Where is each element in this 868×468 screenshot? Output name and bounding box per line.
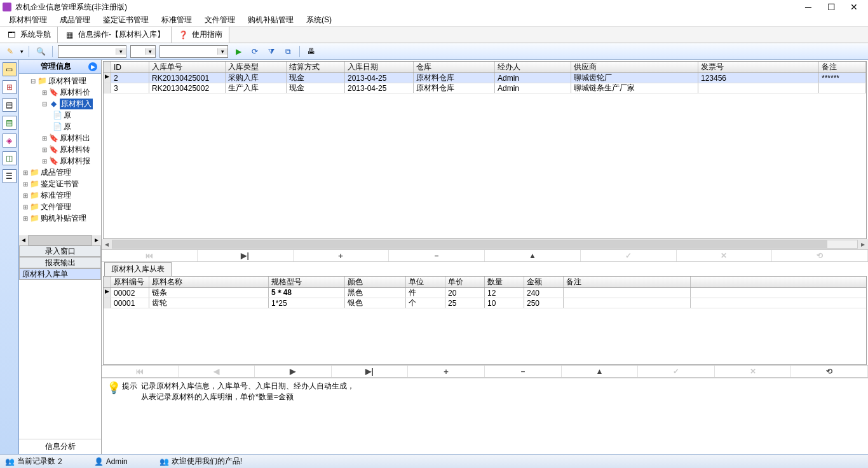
menu-raw-material[interactable]: 原材料管理 [3, 15, 53, 25]
dcol-code[interactable]: 原料编号 [111, 277, 149, 287]
menu-cert[interactable]: 鉴定证书管理 [97, 15, 155, 25]
col-inv[interactable]: 发票号 [698, 62, 819, 72]
run-icon[interactable]: ▶ [232, 45, 245, 58]
minimize-button[interactable]: ─ [797, 2, 820, 12]
dnav-refresh[interactable]: ⟲ [791, 366, 868, 377]
print-icon[interactable]: 🖶 [305, 45, 318, 58]
sub-tab[interactable]: 原材料入库从表 [104, 262, 172, 276]
strip-btn-2[interactable]: ⊞ [3, 80, 17, 94]
dnav-first[interactable]: ⏮ [102, 366, 179, 377]
menu-product[interactable]: 成品管理 [53, 15, 97, 25]
filter-funnel-icon[interactable]: ⧩ [265, 45, 278, 58]
tree-root[interactable]: ⊟📁原材料管理 [19, 75, 101, 86]
maximize-button[interactable]: ☐ [820, 2, 843, 12]
search-icon[interactable]: 🔍 [34, 45, 47, 58]
col-op[interactable]: 经办人 [495, 62, 571, 72]
tree-n2a[interactable]: 📄原 [19, 109, 101, 121]
chevron-down-icon[interactable]: ▾ [116, 48, 126, 55]
dnav-prev[interactable]: ◀ [179, 366, 255, 377]
strip-btn-6[interactable]: ◫ [3, 151, 17, 165]
tree-n4[interactable]: ⊞🔖原材料转 [19, 144, 101, 155]
table-row[interactable]: ▶ 2 RK20130425001 采购入库 现金 2013-04-25 原材料… [104, 73, 866, 83]
table-row[interactable]: 00001 齿轮 1*25 银色 个 25 10 250 [104, 298, 866, 308]
strip-btn-7[interactable]: ☰ [3, 169, 17, 183]
refresh-icon[interactable]: ⟳ [248, 45, 261, 58]
strip-btn-5[interactable]: ◈ [3, 134, 17, 148]
tree-s2[interactable]: ⊞📁鉴定证书管 [19, 178, 101, 189]
col-no[interactable]: 入库单号 [149, 62, 226, 72]
dnav-next[interactable]: ▶ [255, 366, 332, 377]
combo-2[interactable]: ▾ [130, 45, 156, 58]
sidebar-collapse-icon[interactable]: ▶ [88, 62, 97, 71]
side-btn-input-window[interactable]: 录入窗口 [19, 245, 101, 257]
col-wh[interactable]: 仓库 [414, 62, 495, 72]
table-row[interactable]: ▶ 00002 链条 5＊48 黑色 件 20 12 240 [104, 288, 866, 298]
col-type[interactable]: 入库类型 [226, 62, 287, 72]
tab-system-nav[interactable]: 🗔 系统导航 [0, 27, 58, 43]
nav-check[interactable]: ✓ [581, 250, 677, 261]
tree-s5[interactable]: ⊞📁购机补贴管理 [19, 212, 101, 224]
col-id[interactable]: ID [111, 62, 149, 72]
col-sup[interactable]: 供应商 [571, 62, 698, 72]
col-date[interactable]: 入库日期 [345, 62, 414, 72]
scroll-left-icon[interactable]: ◂ [102, 240, 112, 249]
edit-dropdown-icon[interactable]: ▾ [20, 48, 24, 55]
tab-info-operate[interactable]: ▦ 信息操作-【原材料入库】 [58, 27, 172, 43]
dnav-remove[interactable]: － [485, 366, 562, 377]
tree-n5[interactable]: ⊞🔖原材料报 [19, 155, 101, 167]
menu-subsidy[interactable]: 购机补贴管理 [241, 15, 300, 25]
tree-s3[interactable]: ⊞📁标准管理 [19, 189, 101, 201]
dcol-price[interactable]: 单价 [445, 277, 485, 287]
dnav-cancel[interactable]: ✕ [715, 366, 792, 377]
tree-n3[interactable]: ⊞🔖原材料出 [19, 132, 101, 144]
nav-cancel[interactable]: ✕ [677, 250, 773, 261]
combo-1-input[interactable] [58, 46, 116, 57]
combo-3[interactable]: ▾ [159, 45, 228, 58]
dnav-check[interactable]: ✓ [638, 366, 715, 377]
link-icon[interactable]: ⧉ [281, 45, 294, 58]
menu-system[interactable]: 系统(S) [300, 15, 338, 25]
strip-btn-1[interactable]: ▭ [3, 62, 17, 76]
dcol-note[interactable]: 备注 [564, 277, 691, 287]
col-pay[interactable]: 结算方式 [287, 62, 345, 72]
tree-s1[interactable]: ⊞📁成品管理 [19, 167, 101, 178]
dnav-last[interactable]: ▶| [332, 366, 409, 377]
nav-up[interactable]: ▲ [485, 250, 581, 261]
combo-1[interactable]: ▾ [58, 45, 126, 58]
strip-btn-3[interactable]: ▤ [3, 98, 17, 112]
nav-first[interactable]: ⏮ [102, 250, 198, 261]
dnav-add[interactable]: ＋ [408, 366, 485, 377]
tree-n1[interactable]: ⊞🔖原材料价 [19, 86, 101, 98]
nav-refresh[interactable]: ⟲ [772, 250, 868, 261]
tree-n2[interactable]: ⊟◆原材料入 [19, 98, 101, 109]
dcol-color[interactable]: 颜色 [345, 277, 406, 287]
tab-help[interactable]: ❓ 使用指南 [172, 27, 229, 43]
strip-btn-4[interactable]: ▤ [3, 116, 17, 130]
sidebar-foot[interactable]: 信息分析 [19, 439, 101, 454]
nav-remove[interactable]: － [389, 250, 485, 261]
nav-add[interactable]: ＋ [294, 250, 390, 261]
edit-icon[interactable]: ✎ [4, 45, 17, 58]
side-btn-inbound-sheet[interactable]: 原材料入库单 [19, 268, 101, 280]
combo-3-input[interactable] [160, 46, 217, 57]
tree-n2b[interactable]: 📄原 [19, 121, 101, 132]
side-btn-report-output[interactable]: 报表输出 [19, 257, 101, 268]
chevron-down-icon[interactable]: ▾ [217, 48, 227, 55]
combo-2-input[interactable] [131, 46, 145, 57]
menu-standard[interactable]: 标准管理 [155, 15, 198, 25]
dcol-name[interactable]: 原料名称 [149, 277, 269, 287]
sidebar-hscroll[interactable]: ◂▸ [19, 235, 101, 245]
table-row[interactable]: 3 RK20130425002 生产入库 现金 2013-04-25 原材料仓库… [104, 83, 866, 93]
nav-prev[interactable]: ▶| [198, 250, 294, 261]
close-button[interactable]: ✕ [843, 2, 865, 12]
menu-file[interactable]: 文件管理 [198, 15, 241, 25]
dcol-amt[interactable]: 金额 [524, 277, 564, 287]
scroll-right-icon[interactable]: ▸ [858, 240, 868, 249]
dnav-up[interactable]: ▲ [562, 366, 639, 377]
dcol-unit[interactable]: 单位 [406, 277, 445, 287]
main-grid-hscroll[interactable]: ◂ ▸ [102, 239, 868, 249]
chevron-down-icon[interactable]: ▾ [145, 48, 155, 55]
tree-s4[interactable]: ⊞📁文件管理 [19, 201, 101, 212]
dcol-qty[interactable]: 数量 [485, 277, 524, 287]
dcol-spec[interactable]: 规格型号 [269, 277, 345, 287]
